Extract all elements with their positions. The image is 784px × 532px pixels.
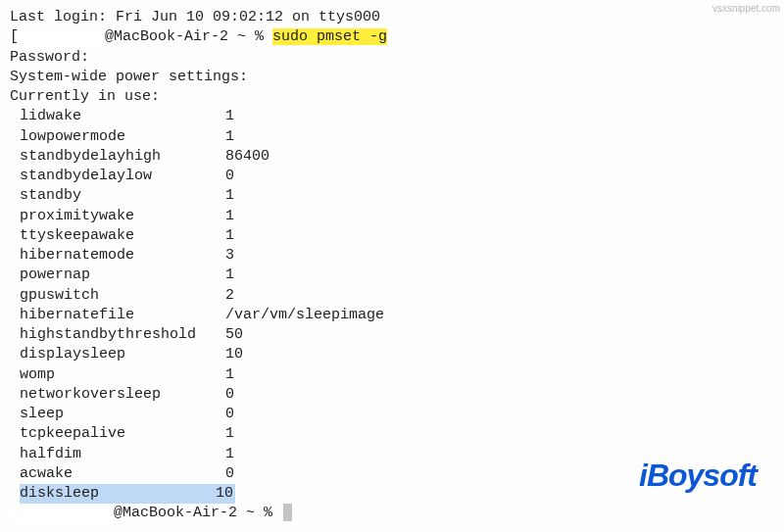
setting-key: standbydelayhigh: [20, 147, 225, 167]
setting-value: 1: [225, 445, 234, 464]
setting-value: 86400: [225, 147, 270, 167]
setting-row: gpuswitch2: [10, 286, 774, 306]
settings-header: System-wide power settings:: [10, 68, 774, 87]
setting-key: standbydelaylow: [20, 167, 225, 186]
setting-value: 1: [225, 365, 234, 385]
setting-value: 1: [225, 266, 234, 285]
setting-row-highlighted: disksleep10: [20, 484, 235, 504]
source-tag: vsxsnippet.com: [712, 2, 780, 16]
setting-key: gpuswitch: [20, 286, 225, 306]
setting-value: 0: [225, 385, 234, 405]
setting-key: halfdim: [20, 445, 225, 464]
setting-key: highstandbythreshold: [20, 325, 225, 345]
prompt-line-2[interactable]: @MacBook-Air-2 ~ %: [10, 504, 774, 523]
setting-key: lidwake: [20, 107, 225, 126]
setting-key: acwake: [20, 464, 225, 484]
last-login-line: Last login: Fri Jun 10 09:02:12 on ttys0…: [10, 8, 774, 27]
setting-value: 10: [216, 484, 233, 504]
setting-row: powernap1: [10, 266, 774, 285]
setting-row: displaysleep10: [10, 345, 774, 364]
prompt-host-2: @MacBook-Air-2 ~ %: [114, 505, 281, 521]
setting-value: 1: [225, 207, 234, 226]
setting-row: proximitywake1: [10, 207, 774, 226]
setting-value: /var/vm/sleepimage: [225, 306, 384, 325]
redacted-user-1: [19, 30, 105, 45]
setting-key: womp: [20, 365, 225, 385]
setting-key: powernap: [20, 266, 225, 285]
setting-value: 1: [225, 186, 234, 206]
setting-value: 1: [225, 424, 234, 444]
setting-key: tcpkeepalive: [20, 424, 225, 444]
setting-row: highstandbythreshold50: [10, 325, 774, 345]
prompt-host-1: @MacBook-Air-2 ~ %: [105, 28, 272, 45]
command-highlight: sudo pmset -g: [272, 28, 387, 45]
redacted-user-2: [10, 507, 114, 521]
setting-row: womp1: [10, 365, 774, 385]
setting-row: ttyskeepawake1: [10, 226, 774, 246]
setting-value: 10: [225, 345, 243, 364]
setting-row: hibernatefile/var/vm/sleepimage: [10, 306, 774, 325]
setting-row: sleep0: [10, 405, 774, 424]
cursor-icon: [283, 504, 292, 521]
setting-key: lowpowermode: [20, 127, 225, 147]
setting-row: standby1: [10, 186, 774, 206]
setting-value: 3: [225, 246, 234, 266]
setting-key: proximitywake: [20, 207, 225, 226]
setting-row: standbydelayhigh86400: [10, 147, 774, 167]
setting-row: hibernatemode3: [10, 246, 774, 266]
setting-key: networkoversleep: [20, 385, 225, 405]
setting-row: lidwake1: [10, 107, 774, 126]
setting-value: 0: [225, 464, 234, 484]
setting-key: sleep: [20, 405, 225, 424]
setting-key: hibernatemode: [20, 246, 225, 266]
setting-key: standby: [20, 186, 225, 206]
setting-row: lowpowermode1: [10, 127, 774, 147]
setting-key: hibernatefile: [20, 306, 225, 325]
prompt-line-1[interactable]: [@MacBook-Air-2 ~ % sudo pmset -g: [10, 27, 774, 47]
setting-value: 1: [225, 107, 234, 126]
setting-key: displaysleep: [20, 345, 225, 364]
setting-value: 2: [225, 286, 234, 306]
setting-value: 0: [225, 405, 234, 424]
setting-value: 1: [225, 226, 234, 246]
settings-subheader: Currently in use:: [10, 87, 774, 107]
setting-value: 0: [225, 167, 234, 186]
setting-value: 1: [225, 127, 234, 147]
setting-key: ttyskeepawake: [20, 226, 225, 246]
watermark-logo: iBoysoft: [639, 455, 757, 497]
setting-key: disksleep: [20, 484, 216, 504]
watermark-text: iBoysoft: [639, 458, 757, 493]
setting-row: networkoversleep0: [10, 385, 774, 405]
setting-row: tcpkeepalive1: [10, 424, 774, 444]
setting-row: standbydelaylow0: [10, 167, 774, 186]
password-line[interactable]: Password:: [10, 48, 774, 68]
setting-value: 50: [225, 325, 243, 345]
